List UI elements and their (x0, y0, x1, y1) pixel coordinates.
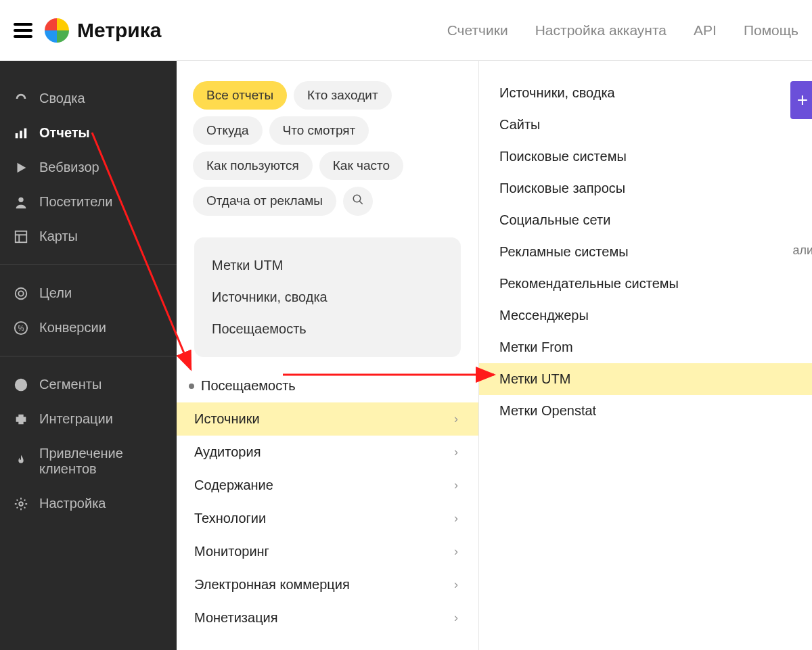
chip-who-visits[interactable]: Кто заходит (294, 81, 392, 110)
sidebar-label: Цели (39, 285, 72, 301)
category-label: Содержание (194, 478, 273, 493)
logo-icon (45, 18, 69, 43)
chevron-right-icon: › (454, 578, 458, 592)
cropped-text: али (792, 243, 812, 258)
chevron-right-icon: › (454, 511, 458, 526)
report-messengers[interactable]: Мессенджеры (479, 300, 812, 331)
sidebar-item-conversions[interactable]: % Конверсии (0, 310, 177, 345)
chevron-right-icon: › (454, 544, 458, 559)
sidebar-item-reports[interactable]: Отчеты (0, 116, 177, 150)
category-sources[interactable]: Источники › (177, 402, 478, 436)
sidebar: Сводка Отчеты Вебвизор Посетители Карты (0, 61, 177, 650)
category-ecommerce[interactable]: Электронная коммерция › (177, 568, 478, 601)
reports-panel: Все отчеты Кто заходит Откуда Что смотря… (177, 61, 479, 650)
sidebar-item-acquisition[interactable]: Привлечение клиентов (0, 436, 177, 486)
chip-all-reports[interactable]: Все отчеты (193, 81, 287, 110)
sidebar-item-summary[interactable]: Сводка (0, 81, 177, 116)
top-nav: Счетчики Настройка аккаунта API Помощь (447, 22, 798, 39)
sidebar-label: Карты (39, 229, 78, 244)
recent-item[interactable]: Посещаемость (194, 313, 461, 345)
category-label: Аудитория (194, 444, 261, 460)
sidebar-label: Конверсии (39, 320, 106, 335)
report-sites[interactable]: Сайты (479, 109, 812, 141)
sidebar-label: Настройка (39, 496, 106, 511)
sidebar-label: Вебвизор (39, 160, 99, 175)
report-recommendation-systems[interactable]: Рекомендательные системы (479, 268, 812, 300)
category-monitoring[interactable]: Мониторинг › (177, 535, 478, 568)
sidebar-item-integrations[interactable]: Интеграции (0, 402, 177, 436)
svg-rect-1 (20, 131, 22, 138)
recent-item[interactable]: Источники, сводка (194, 281, 461, 313)
sidebar-item-goals[interactable]: Цели (0, 276, 177, 310)
gauge-icon (14, 91, 28, 106)
flame-icon (14, 454, 28, 469)
category-content[interactable]: Содержание › (177, 469, 478, 502)
sidebar-divider (0, 356, 177, 356)
svg-rect-2 (24, 128, 27, 138)
report-search-systems[interactable]: Поисковые системы (479, 141, 812, 172)
topnav-account-settings[interactable]: Настройка аккаунта (535, 22, 667, 39)
sidebar-label: Сводка (39, 91, 85, 106)
chip-what-viewed[interactable]: Что смотрят (269, 116, 369, 145)
chip-search[interactable] (343, 187, 373, 216)
recent-item[interactable]: Метки UTM (194, 250, 461, 281)
gear-icon (14, 496, 28, 511)
layout-icon (14, 229, 28, 244)
topnav-help[interactable]: Помощь (744, 22, 798, 39)
sidebar-item-maps[interactable]: Карты (0, 219, 177, 254)
report-social-networks[interactable]: Социальные сети (479, 204, 812, 236)
category-label: Монетизация (194, 610, 278, 626)
chip-from-where[interactable]: Откуда (193, 116, 263, 145)
svg-line-13 (359, 201, 363, 204)
sidebar-divider (0, 264, 177, 265)
subreports-panel: Источники, сводка Сайты Поисковые систем… (479, 61, 812, 650)
svg-point-7 (16, 287, 27, 299)
report-openstat-tags[interactable]: Метки Openstat (479, 395, 812, 427)
sidebar-item-settings[interactable]: Настройка (0, 486, 177, 521)
person-icon (14, 195, 28, 210)
topnav-counters[interactable]: Счетчики (447, 22, 508, 39)
category-label: Посещаемость (201, 378, 296, 394)
pie-icon (14, 377, 28, 392)
svg-point-8 (18, 291, 23, 296)
report-from-tags[interactable]: Метки From (479, 331, 812, 363)
svg-point-3 (18, 197, 23, 202)
report-ad-systems[interactable]: Рекламные системы (479, 236, 812, 268)
category-attendance[interactable]: Посещаемость (177, 369, 478, 402)
sidebar-label: Сегменты (39, 377, 102, 392)
svg-point-12 (353, 195, 361, 202)
category-monetization[interactable]: Монетизация › (177, 601, 478, 634)
sidebar-item-visitors[interactable]: Посетители (0, 185, 177, 219)
add-button[interactable]: + (790, 81, 812, 119)
category-label: Электронная коммерция (194, 577, 350, 593)
sidebar-item-segments[interactable]: Сегменты (0, 367, 177, 402)
svg-text:%: % (18, 324, 24, 331)
target-icon (14, 286, 28, 301)
chevron-right-icon: › (454, 478, 458, 492)
sidebar-item-webvisor[interactable]: Вебвизор (0, 150, 177, 185)
chip-ad-return[interactable]: Отдача от рекламы (193, 187, 336, 216)
chevron-right-icon: › (454, 445, 458, 459)
chip-how-used[interactable]: Как пользуются (193, 152, 313, 180)
hamburger-menu[interactable] (14, 20, 32, 41)
bar-chart-icon (14, 126, 28, 141)
category-list: Источники › Аудитория › Содержание › Тех… (177, 402, 478, 634)
chevron-right-icon: › (454, 412, 458, 426)
category-audience[interactable]: Аудитория › (177, 436, 478, 469)
bullet-icon (189, 384, 194, 389)
chevron-right-icon: › (454, 611, 458, 625)
search-icon (352, 193, 364, 209)
report-sources-summary[interactable]: Источники, сводка (479, 77, 812, 109)
report-search-queries[interactable]: Поисковые запросы (479, 172, 812, 204)
chip-how-often[interactable]: Как часто (319, 152, 403, 180)
svg-point-11 (19, 502, 23, 506)
report-utm-tags[interactable]: Метки UTM (479, 363, 812, 395)
category-label: Источники (194, 411, 260, 427)
sidebar-label: Привлечение клиентов (39, 446, 163, 477)
top-header: Метрика Счетчики Настройка аккаунта API … (0, 0, 812, 61)
topnav-api[interactable]: API (694, 22, 717, 39)
percent-icon: % (14, 321, 28, 335)
main-area: Сводка Отчеты Вебвизор Посетители Карты (0, 61, 812, 650)
category-technologies[interactable]: Технологии › (177, 502, 478, 535)
puzzle-icon (14, 412, 28, 427)
